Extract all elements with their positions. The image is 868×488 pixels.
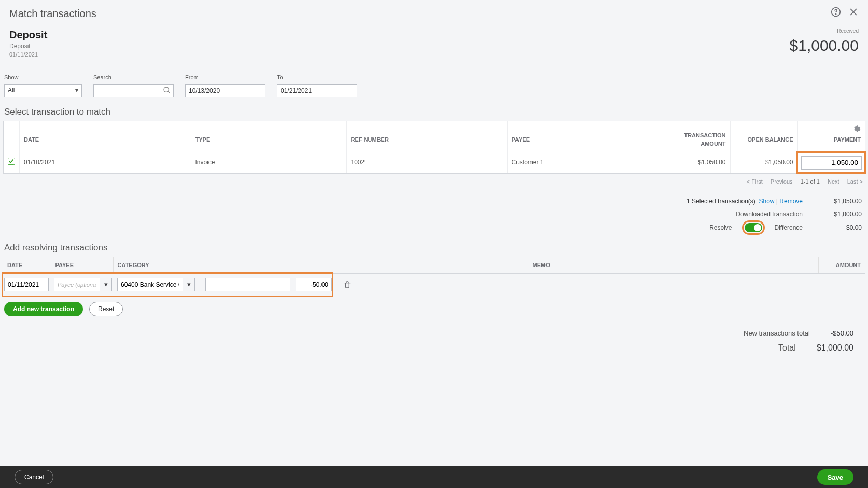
show-select-value: All [8, 86, 15, 95]
reset-button[interactable]: Reset [89, 302, 123, 316]
row-txn-amt: $1,050.00 [663, 152, 730, 173]
pager-prev[interactable]: Previous [771, 178, 793, 185]
rcol-amount: AMOUNT [818, 257, 865, 274]
downloaded-label: Downloaded transaction [736, 210, 803, 219]
row-open-bal: $1,050.00 [730, 152, 797, 173]
pager: < First Previous 1-1 of 1 Next Last > [0, 174, 868, 190]
resolve-label: Resolve [709, 224, 732, 232]
show-link[interactable]: Show [759, 198, 774, 205]
remove-link[interactable]: Remove [779, 198, 803, 205]
col-payee[interactable]: PAYEE [507, 121, 663, 152]
resolve-date-input[interactable] [4, 278, 49, 291]
resolve-payee-input[interactable] [54, 278, 100, 291]
gear-icon[interactable] [852, 124, 861, 133]
rcol-payee: PAYEE [51, 257, 113, 274]
received-amount: $1,000.00 [790, 35, 859, 57]
resolve-category-input[interactable] [117, 278, 183, 291]
row-checkbox[interactable] [8, 159, 15, 166]
search-icon[interactable] [163, 86, 171, 94]
selected-count-label: 1 Selected transaction(s) Show | Remove [687, 197, 803, 206]
grand-total-amount: $1,000.00 [817, 342, 853, 354]
new-txn-total-label: New transactions total [744, 329, 810, 338]
row-date: 01/10/2021 [20, 152, 191, 173]
from-date-input[interactable] [185, 84, 265, 97]
rcol-date: DATE [3, 257, 51, 274]
to-label: To [277, 74, 357, 81]
deposit-date: 01/11/2021 [9, 51, 47, 59]
help-icon[interactable] [831, 7, 841, 20]
pager-range: 1-1 of 1 [801, 178, 820, 185]
show-label: Show [4, 74, 82, 81]
downloaded-amount: $1,000.00 [815, 210, 862, 219]
row-ref: 1002 [346, 152, 507, 173]
row-payee: Customer 1 [507, 152, 663, 173]
trash-icon[interactable] [343, 281, 352, 289]
pager-last[interactable]: Last > [847, 178, 863, 185]
chevron-down-icon [75, 86, 78, 95]
payee-dropdown-button[interactable]: ▾ [100, 278, 112, 291]
col-txn-amt[interactable]: TRANSACTION AMOUNT [663, 121, 730, 152]
pager-first[interactable]: < First [747, 178, 763, 185]
to-date-input[interactable] [277, 84, 357, 97]
save-button[interactable]: Save [817, 469, 853, 485]
rcol-memo: MEMO [528, 257, 818, 274]
selected-amount: $1,050.00 [815, 197, 862, 206]
svg-point-1 [835, 14, 836, 15]
pager-next[interactable]: Next [828, 178, 839, 185]
from-label: From [185, 74, 265, 81]
resolve-memo-input[interactable] [205, 278, 290, 291]
col-open-bal[interactable]: OPEN BALANCE [730, 121, 797, 152]
resolve-toggle[interactable] [745, 223, 762, 232]
col-type[interactable]: TYPE [191, 121, 346, 152]
rcol-category: CATEGORY [113, 257, 528, 274]
show-select[interactable]: All [4, 84, 82, 97]
resolve-section-title: Add resolving transactions [0, 238, 868, 257]
new-txn-total-amount: -$50.00 [831, 329, 853, 338]
deposit-heading: Deposit [9, 27, 47, 42]
category-dropdown-button[interactable]: ▾ [183, 278, 195, 291]
difference-amount: $0.00 [815, 224, 862, 232]
col-date[interactable]: DATE [20, 121, 191, 152]
resolve-amount-input[interactable] [296, 278, 332, 291]
difference-label: Difference [775, 224, 803, 232]
search-input[interactable] [93, 84, 174, 97]
search-label: Search [93, 74, 174, 81]
grand-total-label: Total [778, 342, 796, 354]
add-new-transaction-button[interactable]: Add new transaction [4, 302, 83, 316]
table-row[interactable]: 01/10/2021 Invoice 1002 Customer 1 $1,05… [4, 152, 865, 173]
close-icon[interactable] [848, 7, 859, 20]
cancel-button[interactable]: Cancel [15, 470, 53, 484]
match-section-title: Select transaction to match [0, 102, 868, 121]
col-ref[interactable]: REF NUMBER [346, 121, 507, 152]
deposit-subtype: Deposit [9, 42, 47, 51]
modal-title: Match transactions [9, 6, 96, 21]
row-type: Invoice [191, 152, 346, 173]
payment-input[interactable] [801, 156, 862, 170]
received-label: Received [790, 27, 859, 35]
